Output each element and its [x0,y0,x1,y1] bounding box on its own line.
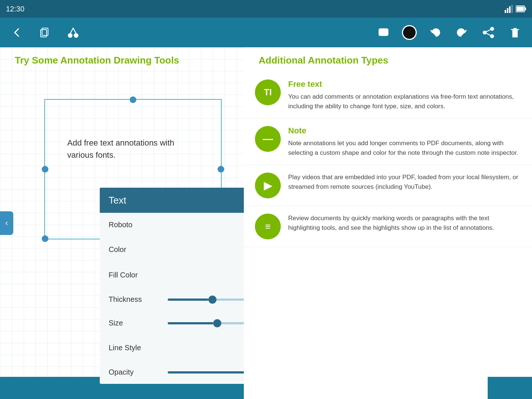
free-text-info: Free text You can add comments or annota… [288,79,521,111]
cut-button[interactable] [65,24,81,41]
handle-top-mid[interactable] [130,96,136,103]
svg-point-9 [68,34,72,37]
free-text-desc: You can add comments or annotation expla… [288,92,521,111]
opacity-value: 100 % [168,368,244,376]
free-text-name: Free text [288,79,521,89]
opacity-slider-fill [168,371,244,374]
video-desc: Play videos that are embedded into your … [288,173,521,191]
share-button[interactable] [480,24,497,41]
right-panel-title: Additional Annotation Types [244,47,532,72]
status-bar: 12:30 [0,0,532,18]
thickness-slider-container [168,299,244,301]
handle-top-right[interactable] [218,166,224,173]
video-icon-label: ▶ [264,180,272,192]
size-slider-container [168,322,244,324]
size-slider-track[interactable] [168,322,244,324]
toolbar-left [9,24,81,41]
back-button[interactable] [9,24,25,41]
thickness-row[interactable]: Thickness 10 pt [100,287,244,311]
redo-button[interactable] [454,24,470,41]
line-style-label: Line Style [109,344,168,352]
highlight-info: Review documents by quickly marking word… [288,214,521,232]
text-properties-panel: Text ✕ Roboto › Color › Fill Color [100,188,244,384]
svg-point-10 [74,34,78,37]
signal-icon [505,5,513,13]
delete-button[interactable] [507,24,523,41]
right-panel: Additional Annotation Types TI Free text… [244,47,532,399]
opacity-label: Opacity [109,368,168,376]
left-panel-title: Try Some Annotation Drawing Tools [0,47,244,72]
fill-color-row[interactable]: Fill Color › [100,262,244,287]
color-value: › [168,243,244,255]
svg-line-21 [486,33,491,35]
svg-rect-6 [525,7,526,10]
size-row[interactable]: Size 21 pt [100,311,244,335]
svg-rect-1 [507,8,508,13]
size-label: Size [109,319,168,327]
video-info: Play videos that are embedded into your … [288,173,521,191]
text-panel-title: Text [109,195,126,206]
svg-rect-0 [505,10,506,13]
highlight-icon: ≡ [255,214,281,239]
note-icon-label: — [263,133,273,145]
free-text-icon-label: TI [264,87,272,98]
main-content: Try Some Annotation Drawing Tools Add fr… [0,47,532,399]
annotation-type-note: — Note Note annotations let you add long… [244,119,532,165]
annotation-type-highlight: ≡ Review documents by quickly marking wo… [244,206,532,247]
highlight-icon-label: ≡ [265,221,270,232]
note-info: Note Note annotations let you add longer… [288,126,521,157]
svg-rect-5 [516,7,524,11]
size-value: 21 pt [168,319,244,327]
handle-top-left[interactable] [42,166,48,173]
status-icons [505,5,526,13]
font-value: › [168,221,244,229]
line-style-value: ⊘ [168,342,244,354]
opacity-slider-track[interactable] [168,371,244,374]
toolbar-right [375,24,523,41]
font-row[interactable]: Roboto › [100,213,244,236]
svg-rect-2 [509,6,511,13]
thickness-label: Thickness [109,295,168,304]
note-icon: — [255,126,281,152]
svg-rect-3 [511,5,513,13]
battery-icon [516,5,526,13]
highlight-desc: Review documents by quickly marking word… [288,214,521,232]
toolbar [0,18,532,47]
svg-line-20 [486,30,491,32]
undo-button[interactable] [427,24,443,41]
thickness-value: 10 pt [168,295,244,304]
thickness-slider-thumb[interactable] [208,296,216,304]
bottom-bar-right [488,377,532,399]
status-time: 12:30 [6,5,24,13]
color-label: Color [109,245,168,254]
left-panel: Try Some Annotation Drawing Tools Add fr… [0,47,244,399]
video-icon: ▶ [255,173,281,198]
size-slider-fill [168,322,213,324]
svg-line-12 [73,28,76,34]
svg-point-19 [491,35,494,38]
color-button[interactable] [402,25,417,40]
font-label: Roboto [109,221,168,229]
color-row[interactable]: Color › [100,236,244,262]
comment-button[interactable] [375,24,392,41]
annotation-type-free-text: TI Free text You can add comments or ann… [244,72,532,119]
note-desc: Note annotations let you add longer comm… [288,139,521,157]
fill-color-value: › [168,269,244,281]
free-text-icon: TI [255,79,281,105]
opacity-row[interactable]: Opacity 100 % [100,360,244,384]
handle-mid-left[interactable] [42,235,48,242]
fill-color-label: Fill Color [109,271,168,279]
annotation-text: Add free text annotations with various f… [67,137,193,161]
thickness-slider-track[interactable] [168,299,244,301]
opacity-slider-container [168,371,244,374]
svg-line-11 [70,28,73,34]
sidebar-collapse-button[interactable]: ‹ [0,211,13,235]
text-panel-header: Text ✕ [100,188,244,213]
line-style-row[interactable]: Line Style ⊘ [100,335,244,360]
annotation-type-video: ▶ Play videos that are embedded into you… [244,165,532,206]
size-slider-thumb[interactable] [213,319,221,327]
svg-point-18 [483,31,486,34]
copy-button[interactable] [37,24,53,41]
thickness-slider-fill [168,299,208,301]
svg-point-17 [491,27,494,30]
